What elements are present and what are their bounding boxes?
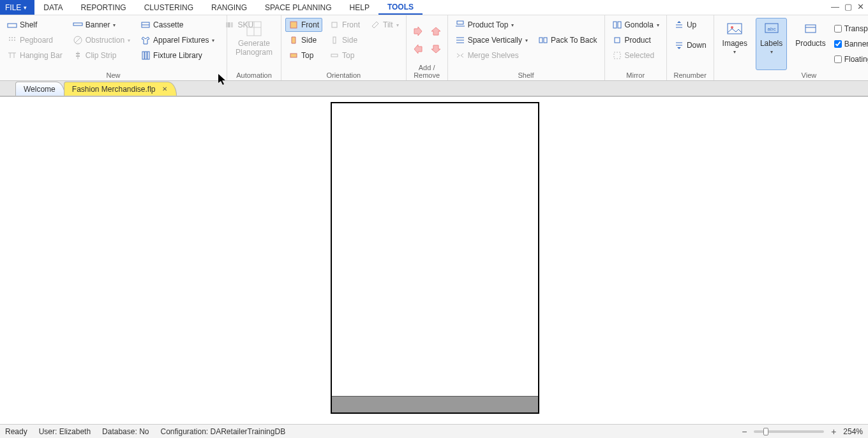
product-top-button[interactable]: Product Top▾ bbox=[452, 18, 531, 32]
generate-icon bbox=[245, 20, 263, 38]
minimize-button[interactable]: — bbox=[831, 1, 839, 13]
menu-reporting[interactable]: REPORTING bbox=[72, 0, 135, 15]
lbl: Banners bbox=[844, 40, 868, 48]
group-label-view: View bbox=[718, 70, 868, 79]
labels-button[interactable]: abc Labels▾ bbox=[756, 18, 787, 70]
shelf-icon bbox=[7, 20, 17, 30]
maximize-button[interactable]: ▢ bbox=[844, 1, 852, 13]
group-renumber: Up Down Renumber bbox=[667, 15, 714, 80]
chevron-down-icon: ▾ bbox=[733, 48, 736, 57]
banner-icon bbox=[73, 20, 83, 30]
zoom-slider[interactable] bbox=[754, 430, 824, 433]
lbl: Top bbox=[342, 51, 354, 60]
svg-rect-19 bbox=[145, 52, 147, 59]
planogram-base bbox=[332, 396, 538, 412]
banners-checkbox[interactable]: Banners bbox=[834, 38, 868, 50]
apparel-fixtures-button[interactable]: Apparel Fixtures▾ bbox=[137, 33, 218, 47]
group-shelf: Product Top▾ Space Vertically▾ Merge She… bbox=[448, 15, 605, 80]
workspace[interactable] bbox=[0, 97, 868, 424]
zoom-out-button[interactable]: − bbox=[740, 427, 749, 437]
lbl: Product bbox=[625, 36, 651, 45]
add-up-button bbox=[428, 24, 444, 39]
add-right-button bbox=[410, 24, 426, 39]
up-icon bbox=[674, 20, 684, 30]
svg-point-2 bbox=[11, 37, 13, 38]
menu-ranging[interactable]: RANGING bbox=[202, 0, 256, 15]
floating-checkbox[interactable]: Floating Status bbox=[834, 53, 868, 66]
menu-data[interactable]: DATA bbox=[34, 0, 71, 15]
front-view-button[interactable]: Front bbox=[285, 18, 322, 32]
status-database: Database: No bbox=[102, 427, 149, 436]
lbl: Tilt bbox=[383, 20, 393, 29]
cassette-button[interactable]: Cassette bbox=[137, 18, 218, 32]
tab-welcome[interactable]: Welcome bbox=[15, 82, 65, 96]
chevron-down-icon: ▾ bbox=[396, 22, 399, 28]
svg-rect-32 bbox=[333, 37, 336, 43]
close-tab-button[interactable]: ✕ bbox=[162, 85, 167, 92]
down-icon bbox=[674, 40, 684, 50]
space-vertically-icon bbox=[455, 35, 465, 45]
products-button[interactable]: Products bbox=[791, 18, 830, 70]
lbl: Cassette bbox=[153, 20, 183, 29]
product-button[interactable]: Product bbox=[609, 33, 662, 47]
top-orient-button: Top bbox=[326, 48, 363, 62]
gondola-button[interactable]: Gondola▾ bbox=[609, 18, 662, 32]
side-view-button[interactable]: Side bbox=[285, 33, 322, 47]
svg-rect-49 bbox=[728, 24, 742, 34]
file-menu[interactable]: FILE ▾ bbox=[0, 0, 34, 15]
selected-icon bbox=[612, 50, 622, 61]
images-button[interactable]: Images▾ bbox=[718, 18, 752, 70]
svg-rect-40 bbox=[544, 38, 547, 43]
svg-rect-34 bbox=[457, 21, 463, 24]
close-button[interactable]: ✕ bbox=[857, 1, 864, 13]
obstruction-button: Obstruction▾ bbox=[70, 33, 133, 47]
down-button[interactable]: Down bbox=[671, 38, 710, 52]
svg-rect-0 bbox=[8, 24, 17, 27]
banner-button[interactable]: Banner▾ bbox=[70, 18, 133, 32]
lbl: Configuration: bbox=[160, 427, 208, 436]
menu-help[interactable]: HELP bbox=[341, 0, 378, 15]
front-icon bbox=[288, 20, 299, 30]
lbl: Transparent Lab bbox=[844, 24, 868, 33]
statusbar: Ready User: Elizabeth Database: No Confi… bbox=[0, 424, 868, 438]
pack-icon bbox=[538, 35, 548, 45]
tab-fashion-merchandise[interactable]: Fashion Merchandise.flp ✕ bbox=[64, 82, 177, 96]
fixture-library-button[interactable]: Fixture Library bbox=[137, 48, 218, 62]
selected-button: Selected bbox=[609, 48, 662, 62]
status-user: User: Elizabeth bbox=[39, 427, 91, 436]
svg-rect-53 bbox=[805, 25, 816, 33]
planogram-canvas[interactable] bbox=[331, 102, 539, 414]
zoom-controls: − + 254% bbox=[740, 427, 863, 437]
clip-strip-button: Clip Strip bbox=[70, 48, 133, 62]
menu-clustering[interactable]: CLUSTERING bbox=[135, 0, 202, 15]
gondola-icon bbox=[612, 20, 622, 30]
space-vertically-button[interactable]: Space Vertically▾ bbox=[452, 33, 531, 47]
pegboard-icon bbox=[7, 35, 17, 45]
lbl: Apparel Fixtures bbox=[153, 36, 209, 45]
zoom-thumb[interactable] bbox=[763, 428, 768, 435]
shelf-button[interactable]: Shelf bbox=[4, 18, 66, 32]
val: Elizabeth bbox=[59, 427, 91, 436]
lbl: Selected bbox=[625, 51, 655, 60]
lbl: Labels bbox=[760, 39, 782, 48]
status-configuration: Configuration: DARetailerTrainingDB bbox=[160, 427, 285, 436]
pack-to-back-button[interactable]: Pack To Back bbox=[535, 33, 600, 47]
up-button[interactable]: Up bbox=[671, 18, 710, 32]
remove-left-button bbox=[410, 41, 426, 57]
val: DARetailerTrainingDB bbox=[211, 427, 286, 436]
group-add-remove: Add / Remove bbox=[407, 15, 448, 80]
zoom-in-button[interactable]: + bbox=[829, 427, 838, 437]
group-label-shelf: Shelf bbox=[452, 70, 601, 79]
svg-rect-18 bbox=[142, 52, 144, 59]
lbl: Pegboard bbox=[20, 36, 53, 45]
lbl: Hanging Bar bbox=[20, 51, 63, 60]
menu-space-planning[interactable]: SPACE PLANNING bbox=[256, 0, 340, 15]
hanging-bar-icon bbox=[7, 50, 17, 61]
chevron-down-icon: ▾ bbox=[212, 38, 214, 43]
merge-icon bbox=[455, 50, 465, 61]
svg-rect-15 bbox=[76, 55, 80, 57]
svg-rect-10 bbox=[73, 23, 82, 26]
top-view-button[interactable]: Top bbox=[285, 48, 322, 62]
menu-tools[interactable]: TOOLS bbox=[378, 0, 423, 15]
transparent-checkbox[interactable]: Transparent Lab bbox=[834, 22, 868, 35]
